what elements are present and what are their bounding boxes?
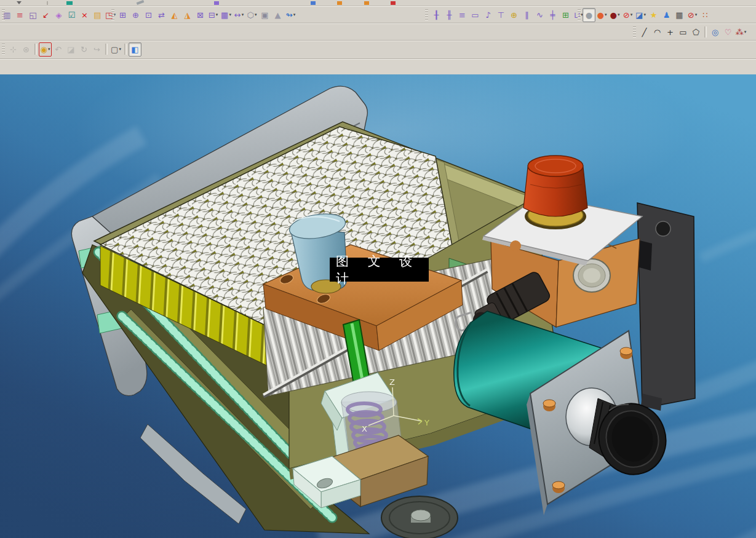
component-lock-icon[interactable]: ⊛ — [20, 42, 33, 57]
axis-label-y: Y — [424, 418, 429, 427]
graphics-viewport[interactable]: Z X Y — [0, 74, 756, 538]
undo-icon[interactable]: ↶ — [52, 42, 65, 57]
sequence-icon[interactable]: ▦▾ — [220, 8, 233, 22]
no-show-icon-glyph: ⊘ — [688, 11, 694, 19]
sketch-check-icon[interactable]: ☑ — [65, 8, 78, 22]
polygon-icon[interactable]: ⬠ — [690, 25, 702, 39]
pattern-component-icon[interactable]: ◮ — [181, 8, 194, 22]
measure-icon[interactable]: ↔▾ — [233, 8, 245, 22]
toolbar-grip[interactable] — [2, 44, 5, 55]
layers-icon[interactable]: ≡ — [14, 8, 26, 22]
note-icon[interactable]: ♪ — [482, 8, 495, 22]
mirror-assembly-icon-glyph: ◭ — [172, 11, 178, 19]
highlight-icon[interactable]: ★ — [647, 8, 660, 22]
assembly-constraint-icon[interactable]: ⊕ — [129, 8, 142, 22]
emergency-stop-button[interactable] — [523, 156, 587, 229]
line-icon[interactable]: ╱ — [638, 25, 651, 39]
wheel-icon[interactable]: ⊕ — [507, 8, 520, 22]
erase-box-icon[interactable]: ◪ — [65, 42, 78, 57]
wheel-icon-glyph: ⊕ — [511, 11, 517, 19]
bolt-icon-glyph: ╂ — [434, 11, 439, 19]
axis-label-z: Z — [389, 378, 395, 387]
package-icon[interactable]: ⊞ — [559, 8, 572, 22]
toolbar-group-assembly: ⊞⊕⊡⇄◭◮⊠⊟▾▦▾↔▾⬡▾▣▲↬▾ — [111, 7, 297, 22]
wave-link-icon[interactable]: ↬▾ — [284, 8, 297, 22]
dropdown-caret[interactable]: ▾ — [695, 12, 698, 17]
helix-icon[interactable]: ◎ — [709, 25, 722, 39]
background-icon[interactable]: ◪▾ — [634, 8, 647, 22]
plate-notch — [510, 240, 521, 251]
spring-curve-icon[interactable]: ∿ — [533, 8, 546, 22]
dropdown-caret[interactable]: ▾ — [119, 47, 121, 52]
no-show-icon[interactable]: ⊘▾ — [686, 8, 699, 22]
bolt-icon[interactable]: ╂ — [430, 8, 443, 22]
shaded-box-icon[interactable]: ◧ — [129, 42, 141, 57]
panel-icon[interactable]: ▭ — [469, 8, 482, 22]
move-face-icon[interactable]: ◈ — [52, 8, 65, 22]
flywheel-disc[interactable] — [381, 496, 458, 538]
grid-icon[interactable]: ▦ — [673, 8, 686, 22]
dropdown-caret[interactable]: ▾ — [216, 12, 218, 17]
law-curve-icon[interactable]: ♡ — [722, 25, 734, 39]
marquee-select-icon[interactable]: ▢▾ — [109, 42, 122, 57]
move-component-icon[interactable]: ⊞ — [116, 8, 129, 22]
section-hex-icon[interactable]: ⬡▾ — [245, 8, 258, 22]
cad-application-window: { "toolbars": { "row1": {"groups": [ {"n… — [0, 0, 756, 538]
delete-icon[interactable]: × — [78, 8, 91, 22]
selection-scope-icon[interactable]: ◉▾ — [39, 42, 52, 57]
clipped-icon-fragment — [214, 1, 219, 5]
rectangle-icon[interactable]: ▭ — [677, 25, 690, 39]
bounding-box-icon[interactable]: ▣ — [258, 8, 271, 22]
replace-component-icon[interactable]: ⇄ — [155, 8, 168, 22]
dropdown-caret[interactable]: ▾ — [255, 12, 257, 17]
delete-component-icon[interactable]: ⊠ — [194, 8, 207, 22]
dropdown-caret[interactable]: ▾ — [631, 12, 633, 17]
profile-stack-icon[interactable]: ≡ — [456, 8, 469, 22]
section-hex-icon-glyph: ⬡ — [247, 11, 254, 19]
package-icon-glyph: ⊞ — [562, 11, 569, 19]
dropdown-caret[interactable]: ▾ — [618, 12, 620, 17]
dropdown-caret[interactable]: ▾ — [229, 12, 231, 17]
toolbar-grip[interactable] — [633, 26, 636, 38]
post-icon[interactable]: ‖ — [520, 8, 533, 22]
dropdown-caret[interactable]: ▾ — [242, 12, 244, 17]
viewport-3d-scene[interactable]: Z X Y — [0, 74, 756, 538]
screw-icon[interactable]: ⊤ — [495, 8, 507, 22]
clipped-left-icon[interactable]: ▥ — [1, 8, 14, 22]
rotate-view-icon[interactable]: ↻ — [78, 42, 90, 57]
dropdown-caret[interactable]: ▾ — [48, 47, 50, 52]
clipped-right-icon[interactable]: ∷ — [699, 8, 712, 22]
avatar-icon[interactable]: ♟ — [660, 8, 673, 22]
dropdown-caret[interactable]: ▾ — [293, 12, 296, 17]
dropdown-caret[interactable]: ▾ — [605, 12, 607, 17]
csys-arrow-icon[interactable]: ↙ — [39, 8, 52, 22]
point-plus-icon[interactable]: + — [664, 25, 677, 39]
drag-component-icon[interactable]: ⊡ — [142, 8, 155, 22]
black-bracket[interactable] — [637, 203, 695, 411]
clipped-right-icon-glyph: ∷ — [702, 11, 707, 19]
view-orient-icon[interactable]: ◱ — [26, 8, 39, 22]
toolbar-grip[interactable] — [578, 9, 581, 20]
toolbar-group-connections: ╂╫≡▭♪⊤⊕‖∿╪⊞⊔▾ — [424, 7, 585, 22]
marquee-select-icon-glyph: ▢ — [111, 45, 118, 53]
shaded-edges-icon[interactable]: ●▾ — [595, 8, 608, 22]
axis-label-x: X — [362, 424, 367, 433]
mirror-assembly-icon[interactable]: ◭ — [168, 8, 181, 22]
toolbar-grip[interactable] — [111, 9, 114, 20]
dropdown-caret[interactable]: ▾ — [643, 12, 646, 17]
no-snap-icon[interactable]: ⊘▾ — [621, 8, 634, 22]
redo-arrow-icon[interactable]: ↪ — [90, 42, 103, 57]
arc-icon[interactable]: ◠ — [651, 25, 664, 39]
rivet-icon[interactable]: ╪ — [546, 8, 559, 22]
shaded-mode-icon[interactable]: ● — [583, 8, 595, 22]
toolbar-grip[interactable] — [425, 9, 428, 20]
dropdown-caret[interactable]: ▾ — [744, 30, 747, 34]
open-group-icon[interactable]: ▤ — [91, 8, 104, 22]
exploded-view-icon[interactable]: ⊟▾ — [207, 8, 220, 22]
stud-icon[interactable]: ╫ — [443, 8, 456, 22]
snap-point-icon[interactable]: ⊹ — [7, 42, 20, 57]
point-set-icon[interactable]: ⁂▾ — [734, 25, 747, 39]
pyramid-icon[interactable]: ▲ — [271, 8, 284, 22]
wireframe-icon[interactable]: ●▾ — [608, 8, 621, 22]
watermark-label: 图 文 设 计 — [330, 258, 429, 282]
